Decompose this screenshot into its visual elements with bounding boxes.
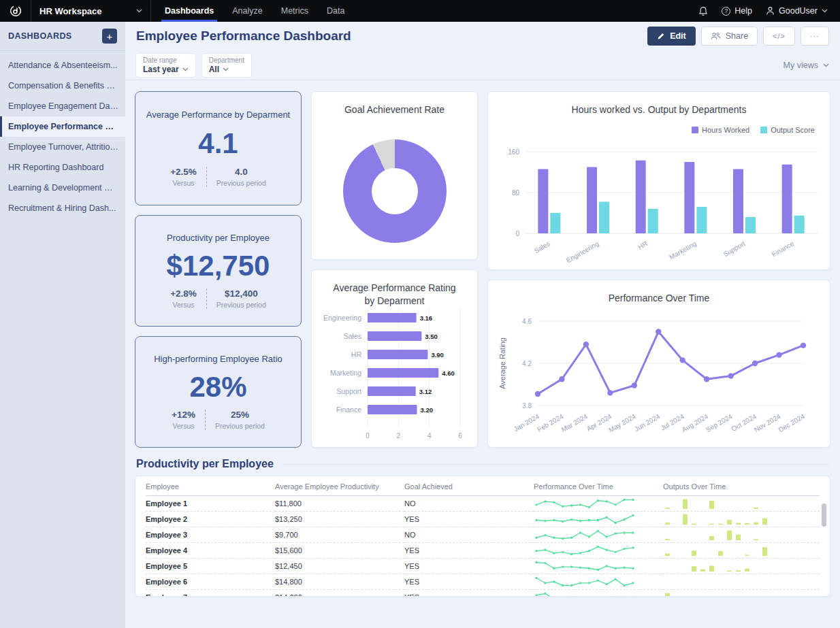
svg-text:3.90: 3.90 — [431, 350, 444, 358]
legend-output-score[interactable]: Output Score — [760, 126, 815, 134]
sidebar-item-performance[interactable]: Employee Performance Dash... — [0, 116, 125, 137]
outputs-sparkline-cell — [663, 543, 820, 559]
chevron-down-icon — [223, 67, 229, 71]
sparkline-chart — [534, 545, 636, 556]
pencil-icon — [657, 32, 665, 40]
add-dashboard-button[interactable]: + — [102, 29, 117, 44]
sidebar-item-hr-reporting[interactable]: HR Reporting Dashboard — [0, 157, 125, 178]
notifications-button[interactable] — [698, 6, 708, 16]
share-button[interactable]: Share — [701, 27, 758, 46]
sidebar-item-compensation[interactable]: Compensation & Benefits Dash... — [0, 76, 125, 96]
svg-text:Finance: Finance — [771, 239, 796, 259]
kpi-title: High-performing Employee Ratio — [154, 354, 282, 364]
sidebar-item-engagement[interactable]: Employee Engagement Dash... — [0, 96, 125, 116]
code-icon: </> — [773, 32, 786, 40]
table-cell: Employee 5 — [146, 559, 275, 574]
date-range-value: Last year — [143, 65, 179, 74]
svg-text:3.50: 3.50 — [425, 332, 438, 340]
svg-text:4.2: 4.2 — [522, 359, 532, 367]
outputs-sparkline-cell — [663, 496, 820, 512]
svg-text:Dec 2024: Dec 2024 — [777, 412, 806, 433]
sparkline-chart — [534, 529, 636, 540]
department-filter[interactable]: Department All — [202, 54, 251, 77]
workspace-selector[interactable]: HR Workspace — [31, 0, 151, 22]
table-row: Employee 3$9,700NO — [146, 527, 820, 543]
col-header-goal[interactable]: Goal Achieved — [404, 476, 534, 496]
goal-achievement-donut-chart — [343, 139, 447, 243]
nav-item-metrics[interactable]: Metrics — [281, 6, 308, 16]
app-logo[interactable] — [0, 0, 31, 22]
svg-text:2: 2 — [396, 432, 400, 440]
rating-by-department-chart: 0246Engineering3.16Sales3.50HR3.90Market… — [317, 308, 472, 445]
sidebar-item-recruitment[interactable]: Recruitment & Hiring Dash... — [0, 198, 125, 218]
chart-legend: Hours Worked Output Score — [488, 116, 830, 134]
section-divider — [283, 464, 829, 465]
col-header-employee[interactable]: Employee — [146, 476, 275, 496]
help-button[interactable]: ? Help — [722, 6, 752, 16]
sidebar-item-turnover[interactable]: Employee Turnover, Attrition... — [0, 137, 125, 157]
my-views-selector[interactable]: My views — [784, 61, 829, 70]
svg-text:Jan 2024: Jan 2024 — [513, 412, 541, 433]
performance-sparkline-cell — [534, 543, 663, 559]
col-header-productivity[interactable]: Average Employee Productivity — [275, 476, 404, 496]
chevron-down-icon — [822, 9, 828, 13]
svg-text:3.8: 3.8 — [522, 401, 532, 409]
table-cell: $11,800 — [275, 496, 404, 512]
nav-item-dashboards[interactable]: Dashboards — [165, 6, 214, 16]
page-title: Employee Performance Dashboard — [136, 29, 351, 44]
hours-vs-output-card: Hours worked vs. Output by Departments H… — [487, 91, 830, 270]
date-range-label: Date range — [143, 56, 189, 64]
svg-text:Support: Support — [336, 386, 361, 395]
sidebar-item-attendance[interactable]: Attendance & Absenteeism... — [0, 55, 125, 76]
svg-text:160: 160 — [508, 148, 519, 155]
edit-button[interactable]: Edit — [647, 27, 696, 46]
sparkline-chart — [534, 592, 636, 597]
share-label: Share — [726, 31, 748, 41]
outputs-sparkline-cell — [663, 527, 820, 543]
table-cell: $14,200 — [275, 590, 404, 597]
svg-text:Aug 2024: Aug 2024 — [681, 412, 710, 433]
spark-bars-chart — [663, 513, 772, 525]
kpi-prev: 4.0 — [216, 167, 266, 177]
nav-item-data[interactable]: Data — [327, 6, 344, 16]
more-options-button[interactable]: ··· — [801, 27, 829, 46]
department-value: All — [209, 65, 219, 74]
table-scrollbar[interactable] — [822, 503, 826, 527]
performance-sparkline-cell — [534, 590, 663, 597]
kpi-value: $12,750 — [167, 252, 270, 280]
nav-item-analyze[interactable]: Analyze — [232, 6, 262, 16]
user-menu[interactable]: GoodUser — [766, 6, 828, 16]
svg-text:Jun 2024: Jun 2024 — [633, 412, 662, 433]
user-name: GoodUser — [779, 6, 818, 16]
table-row: Employee 6$14,800YES — [146, 574, 820, 590]
date-range-filter[interactable]: Date range Last year — [136, 54, 195, 77]
col-header-performance[interactable]: Performance Over Time — [534, 476, 663, 496]
svg-text:4.6: 4.6 — [522, 317, 532, 325]
svg-text:80: 80 — [512, 188, 520, 196]
chart-title: Performance Over Time — [488, 280, 830, 305]
legend-hours-worked[interactable]: Hours Worked — [692, 126, 749, 134]
table-cell: NO — [404, 496, 534, 512]
svg-text:0: 0 — [366, 432, 370, 440]
chevron-down-icon — [182, 67, 189, 71]
sidebar-header: DASHBOARDS + — [0, 22, 125, 51]
sparkline-chart — [534, 561, 636, 572]
col-header-outputs[interactable]: Outputs Over Time — [663, 476, 820, 496]
table-cell: YES — [404, 543, 534, 559]
table-cell: $9,700 — [275, 527, 404, 543]
embed-code-button[interactable]: </> — [763, 27, 795, 46]
kpi-prev: 25% — [215, 410, 265, 420]
performance-over-time-card: Performance Over Time 3.84.24.6Average R… — [487, 280, 830, 448]
svg-text:HR: HR — [351, 350, 361, 358]
table-section-title: Productivity per Employee — [136, 458, 274, 470]
kpi-title: Productivity per Employee — [167, 233, 270, 243]
spark-bars-chart — [663, 497, 772, 510]
dashboard-content: Average Performance by Deparment 4.1 +2.… — [125, 80, 840, 628]
svg-text:Marketing: Marketing — [329, 368, 361, 376]
bell-icon — [698, 6, 708, 16]
performance-sparkline-cell — [534, 527, 663, 543]
table-row: Employee 2$13,250YES — [146, 512, 820, 527]
table-cell: YES — [404, 559, 534, 574]
sidebar-item-learning[interactable]: Learning & Development Dash... — [0, 178, 125, 198]
kpi-delta: +2.5% — [170, 167, 197, 177]
